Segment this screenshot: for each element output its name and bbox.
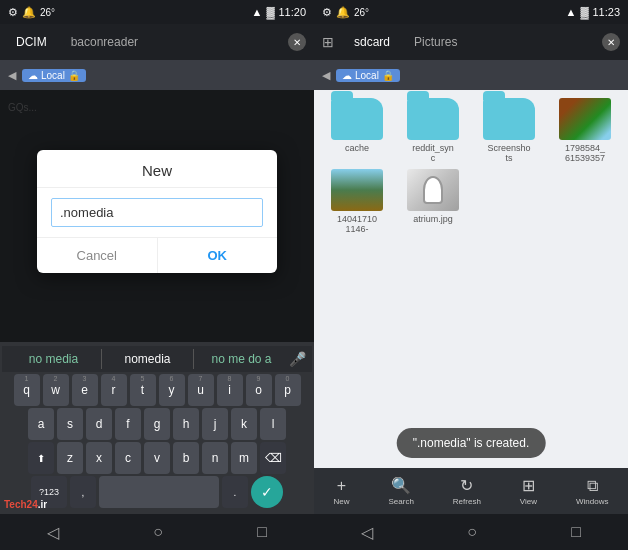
right-file-area: cache reddit_sync Screenshots 1798584_61…: [314, 90, 628, 468]
right-back-button[interactable]: ◁: [361, 523, 373, 542]
key-l[interactable]: l: [260, 408, 286, 440]
key-space[interactable]: [99, 476, 219, 508]
left-location-bar: ◀ ☁ Local 🔒: [0, 60, 314, 90]
key-shift[interactable]: ⬆: [28, 442, 54, 474]
keyboard-row-3: ⬆ z x c v b n m ⌫: [2, 442, 312, 474]
list-item[interactable]: reddit_sync: [398, 98, 468, 163]
home-button[interactable]: ○: [153, 523, 163, 541]
search-icon: 🔍: [391, 476, 411, 495]
new-label: New: [333, 497, 349, 506]
view-button[interactable]: ⊞ View: [520, 476, 537, 506]
notification-icon: 🔔: [22, 6, 36, 19]
keyboard-row-4: ?123 , . ✓: [2, 476, 312, 508]
key-x[interactable]: x: [86, 442, 112, 474]
key-enter[interactable]: ✓: [251, 476, 283, 508]
key-y[interactable]: 6y: [159, 374, 185, 406]
tab-pictures[interactable]: Pictures: [406, 31, 465, 53]
windows-button[interactable]: ⧉ Windows: [576, 477, 608, 506]
suggestion-2[interactable]: nomedia: [101, 349, 194, 369]
key-d[interactable]: d: [86, 408, 112, 440]
right-lock-icon: 🔒: [382, 70, 394, 81]
thumbnail: [407, 169, 459, 211]
watermark: Tech24.ir: [4, 499, 47, 510]
grid-view-icon[interactable]: ⊞: [322, 34, 334, 50]
key-j[interactable]: j: [202, 408, 228, 440]
file-name: atrium.jpg: [413, 214, 453, 224]
list-item[interactable]: Screenshots: [474, 98, 544, 163]
tab-baconreader[interactable]: baconreader: [63, 31, 146, 53]
refresh-button[interactable]: ↻ Refresh: [453, 476, 481, 506]
new-button[interactable]: + New: [333, 477, 349, 506]
key-h[interactable]: h: [173, 408, 199, 440]
key-delete[interactable]: ⌫: [260, 442, 286, 474]
windows-label: Windows: [576, 497, 608, 506]
tab-dcim[interactable]: DCIM: [8, 31, 55, 53]
list-item[interactable]: 140417101146-: [322, 169, 392, 234]
mic-icon[interactable]: 🎤: [289, 351, 306, 367]
dialog-input-wrap: [37, 188, 277, 237]
right-nav-icon: ◀: [322, 69, 330, 82]
right-signal-icon: ⚙: [322, 6, 332, 19]
search-button[interactable]: 🔍 Search: [388, 476, 413, 506]
key-m[interactable]: m: [231, 442, 257, 474]
key-a[interactable]: a: [28, 408, 54, 440]
key-t[interactable]: 5t: [130, 374, 156, 406]
right-bottom-nav: ◁ ○ □: [314, 514, 628, 550]
right-tab-bar: ⊞ sdcard Pictures ✕: [314, 24, 628, 60]
folder-icon: [407, 98, 459, 140]
toilet-shape: [423, 176, 443, 204]
key-comma[interactable]: ,: [70, 476, 96, 508]
tab-sdcard[interactable]: sdcard: [346, 31, 398, 53]
dialog-overlay: New Cancel OK: [0, 90, 314, 342]
right-status-icons-left: ⚙ 🔔 26°: [322, 6, 369, 19]
key-v[interactable]: v: [144, 442, 170, 474]
key-period[interactable]: .: [222, 476, 248, 508]
key-k[interactable]: k: [231, 408, 257, 440]
file-name: reddit_sync: [412, 143, 454, 163]
lock-icon: 🔒: [68, 70, 80, 81]
key-s[interactable]: s: [57, 408, 83, 440]
search-label: Search: [388, 497, 413, 506]
suggestion-3[interactable]: no me do a: [196, 349, 287, 369]
right-notif-icon: 🔔: [336, 6, 350, 19]
right-time: 11:23: [592, 6, 620, 18]
tab-close-button[interactable]: ✕: [288, 33, 306, 51]
right-tab-close-button[interactable]: ✕: [602, 33, 620, 51]
key-w[interactable]: 2w: [43, 374, 69, 406]
key-e[interactable]: 3e: [72, 374, 98, 406]
dialog-title: New: [37, 150, 277, 188]
key-g[interactable]: g: [144, 408, 170, 440]
key-f[interactable]: f: [115, 408, 141, 440]
key-u[interactable]: 7u: [188, 374, 214, 406]
folder-icon: [331, 98, 383, 140]
key-n[interactable]: n: [202, 442, 228, 474]
key-i[interactable]: 8i: [217, 374, 243, 406]
recents-button[interactable]: □: [257, 523, 267, 541]
ok-button[interactable]: OK: [158, 238, 278, 273]
suggestion-1[interactable]: no media: [8, 349, 99, 369]
left-file-area: GQs... New Cancel OK: [0, 90, 314, 342]
file-name: 1798584_61539357: [565, 143, 605, 163]
keyboard-area: no media nomedia no me do a 🎤 1q 2w 3e 4…: [0, 342, 314, 514]
key-b[interactable]: b: [173, 442, 199, 474]
bottom-toolbar: + New 🔍 Search ↻ Refresh ⊞ View ⧉ Window…: [314, 468, 628, 514]
right-status-bar: ⚙ 🔔 26° ▲ ▓ 11:23: [314, 0, 628, 24]
list-item[interactable]: atrium.jpg: [398, 169, 468, 234]
cancel-button[interactable]: Cancel: [37, 238, 158, 273]
list-item[interactable]: 1798584_61539357: [550, 98, 620, 163]
thumbnail: [559, 98, 611, 140]
temp-label: 26°: [40, 7, 55, 18]
key-o[interactable]: 9o: [246, 374, 272, 406]
key-q[interactable]: 1q: [14, 374, 40, 406]
key-z[interactable]: z: [57, 442, 83, 474]
right-recents-button[interactable]: □: [571, 523, 581, 541]
new-name-input[interactable]: [51, 198, 263, 227]
key-r[interactable]: 4r: [101, 374, 127, 406]
right-home-button[interactable]: ○: [467, 523, 477, 541]
key-c[interactable]: c: [115, 442, 141, 474]
key-p[interactable]: 0p: [275, 374, 301, 406]
back-button[interactable]: ◁: [47, 523, 59, 542]
list-item[interactable]: cache: [322, 98, 392, 163]
keyboard-row-2: a s d f g h j k l: [2, 408, 312, 440]
left-status-bar: ⚙ 🔔 26° ▲ ▓ 11:20: [0, 0, 314, 24]
